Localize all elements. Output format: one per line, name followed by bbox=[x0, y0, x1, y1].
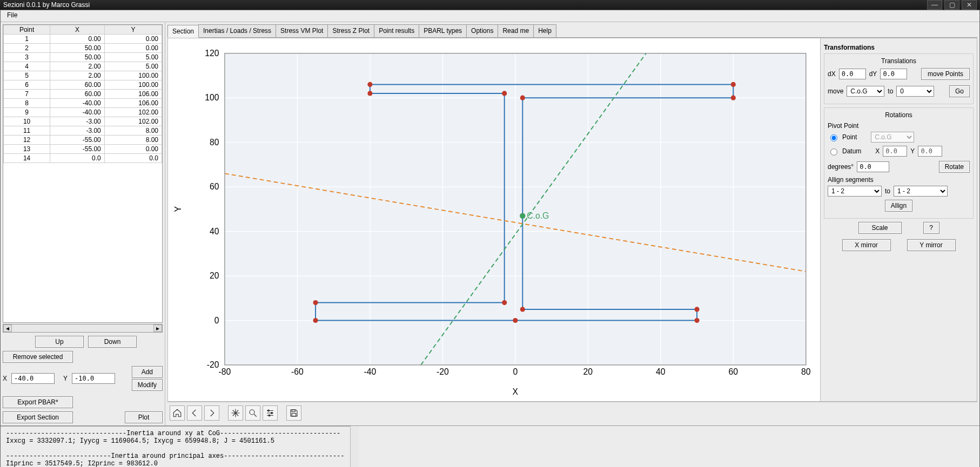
tab-pbarl-types[interactable]: PBARL types bbox=[419, 24, 467, 37]
table-row[interactable]: 11-3.008.00 bbox=[4, 126, 162, 136]
col-point[interactable]: Point bbox=[4, 25, 50, 35]
pan-icon[interactable] bbox=[228, 405, 243, 421]
y-mirror-button[interactable]: Y mirror bbox=[907, 239, 956, 251]
left-panel: Point X Y 10.000.00250.000.00350.005.004… bbox=[1, 22, 165, 425]
pivot-point-select[interactable]: C.o.G bbox=[871, 132, 914, 143]
datum-x-label: X bbox=[875, 147, 880, 155]
degrees-input[interactable] bbox=[857, 161, 889, 172]
svg-text:120: 120 bbox=[205, 49, 219, 58]
down-button[interactable]: Down bbox=[88, 336, 137, 348]
datum-x-input[interactable] bbox=[883, 146, 907, 157]
svg-text:X: X bbox=[513, 387, 519, 396]
tab-read-me[interactable]: Read me bbox=[498, 24, 534, 37]
pivot-datum-radio[interactable] bbox=[830, 148, 837, 155]
table-row[interactable]: 10-3.00102.00 bbox=[4, 117, 162, 126]
table-row[interactable]: 13-55.000.00 bbox=[4, 145, 162, 154]
table-row[interactable]: 140.00.0 bbox=[4, 154, 162, 163]
svg-text:Y: Y bbox=[173, 206, 183, 212]
table-row[interactable]: 350.005.00 bbox=[4, 53, 162, 62]
move-to-select[interactable]: 0 bbox=[896, 86, 934, 97]
plot-area[interactable]: -80-60-40-20020406080-20020406080100120X… bbox=[167, 38, 821, 402]
table-row[interactable]: 9-40.00102.00 bbox=[4, 108, 162, 117]
table-row[interactable]: 42.005.00 bbox=[4, 62, 162, 71]
dx-input[interactable] bbox=[839, 69, 866, 79]
table-row[interactable]: 8-40.00106.00 bbox=[4, 99, 162, 108]
plot-button[interactable]: Plot bbox=[125, 411, 163, 423]
transformations-title: Transformations bbox=[824, 42, 974, 53]
svg-point-38 bbox=[694, 318, 699, 323]
table-row[interactable]: 660.00100.00 bbox=[4, 80, 162, 90]
tabs-bar: SectionInertias / Loads / StressStress V… bbox=[167, 24, 977, 38]
to-label: to bbox=[888, 87, 893, 95]
move-from-select[interactable]: C.o.G bbox=[847, 86, 884, 97]
svg-rect-57 bbox=[292, 410, 295, 412]
configure-icon[interactable] bbox=[263, 405, 278, 421]
tab-help[interactable]: Help bbox=[533, 24, 556, 37]
svg-point-48 bbox=[313, 300, 318, 305]
add-button[interactable]: Add bbox=[132, 366, 163, 378]
close-button[interactable]: ✕ bbox=[962, 0, 977, 10]
datum-y-input[interactable] bbox=[918, 146, 942, 157]
table-row[interactable]: 52.00100.00 bbox=[4, 71, 162, 80]
scale-button[interactable]: Scale bbox=[858, 222, 902, 234]
dy-label: dY bbox=[869, 70, 877, 78]
svg-text:0: 0 bbox=[513, 367, 518, 376]
svg-point-49 bbox=[313, 318, 318, 323]
table-row[interactable]: 250.000.00 bbox=[4, 44, 162, 53]
x-input[interactable] bbox=[11, 373, 55, 384]
pivot-point-label: Pivot Point bbox=[828, 122, 970, 130]
svg-text:20: 20 bbox=[583, 367, 593, 376]
remove-selected-button[interactable]: Remove selected bbox=[3, 351, 73, 363]
up-button[interactable]: Up bbox=[35, 336, 84, 348]
svg-text:-80: -80 bbox=[219, 367, 231, 376]
tab-section[interactable]: Section bbox=[167, 25, 199, 38]
scroll-left-icon[interactable]: ◂ bbox=[3, 324, 12, 332]
table-row[interactable]: 760.00106.00 bbox=[4, 90, 162, 99]
svg-point-39 bbox=[694, 307, 699, 312]
col-x[interactable]: X bbox=[50, 25, 105, 35]
go-button[interactable]: Go bbox=[949, 85, 970, 97]
rotate-button[interactable]: Rotate bbox=[939, 161, 970, 173]
svg-point-44 bbox=[367, 82, 372, 87]
tab-stress-vm-plot[interactable]: Stress VM Plot bbox=[276, 24, 328, 37]
svg-point-41 bbox=[520, 96, 525, 100]
align-button[interactable]: Allign bbox=[885, 200, 912, 212]
move-label: move bbox=[828, 87, 843, 95]
maximize-button[interactable]: ▢ bbox=[944, 0, 959, 10]
svg-text:100: 100 bbox=[205, 93, 219, 102]
forward-icon[interactable] bbox=[204, 405, 219, 421]
scroll-right-icon[interactable]: ▸ bbox=[153, 324, 162, 332]
tab-point-results[interactable]: Point results bbox=[374, 24, 419, 37]
help-button[interactable]: ? bbox=[923, 222, 939, 234]
table-row[interactable]: 10.000.00 bbox=[4, 35, 162, 44]
x-mirror-button[interactable]: X mirror bbox=[842, 239, 891, 251]
align-from-select[interactable]: 1 - 2 bbox=[828, 186, 882, 197]
align-to-select[interactable]: 1 - 2 bbox=[894, 186, 948, 197]
tab-inertias-loads-stress[interactable]: Inertias / Loads / Stress bbox=[198, 24, 276, 37]
export-section-button[interactable]: Export Section bbox=[3, 411, 73, 423]
tab-options[interactable]: Options bbox=[466, 24, 498, 37]
move-points-button[interactable]: move Points bbox=[921, 68, 970, 80]
console-scrollbar[interactable] bbox=[350, 426, 359, 467]
minimize-button[interactable]: — bbox=[927, 0, 942, 10]
table-row[interactable]: 12-55.008.00 bbox=[4, 136, 162, 145]
x-label: X bbox=[3, 375, 7, 382]
window-title: Sezioni 0.0.1 by Marco Grassi bbox=[3, 1, 925, 9]
output-console[interactable]: -------------------------------Inertia a… bbox=[1, 426, 350, 467]
dy-input[interactable] bbox=[880, 69, 907, 79]
col-y[interactable]: Y bbox=[104, 25, 162, 35]
pivot-point-radio[interactable] bbox=[830, 134, 837, 141]
save-icon[interactable] bbox=[286, 405, 301, 421]
zoom-icon[interactable] bbox=[245, 405, 260, 421]
modify-button[interactable]: Modify bbox=[132, 379, 163, 391]
table-hscroll[interactable]: ◂ ▸ bbox=[3, 324, 163, 333]
tab-stress-z-plot[interactable]: Stress Z Plot bbox=[327, 24, 374, 37]
back-icon[interactable] bbox=[187, 405, 202, 421]
export-pbar-button[interactable]: Export PBAR* bbox=[3, 396, 73, 408]
points-table[interactable]: Point X Y 10.000.00250.000.00350.005.004… bbox=[3, 24, 163, 323]
svg-point-55 bbox=[271, 412, 273, 414]
y-input[interactable] bbox=[72, 373, 115, 384]
menu-file[interactable]: File bbox=[4, 10, 21, 20]
datum-y-label: Y bbox=[910, 147, 915, 155]
home-icon[interactable] bbox=[170, 405, 185, 421]
